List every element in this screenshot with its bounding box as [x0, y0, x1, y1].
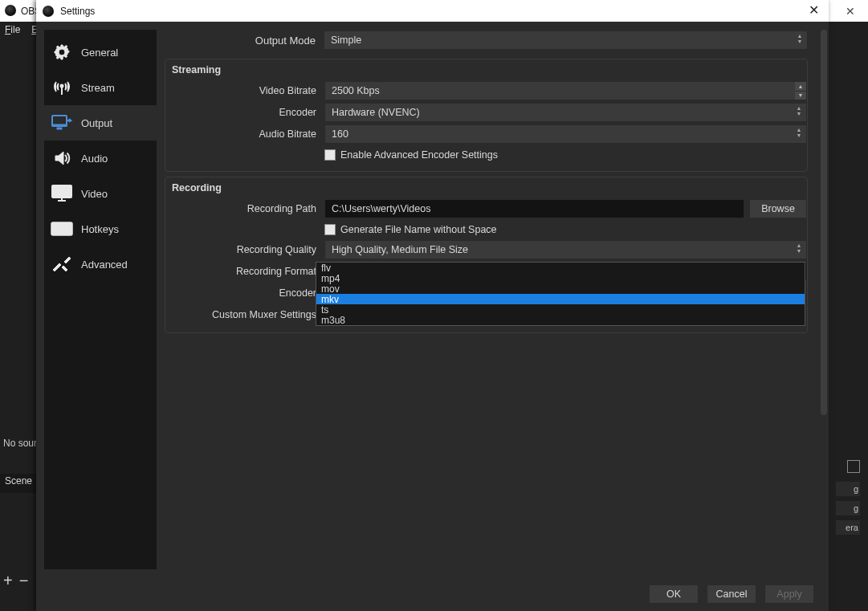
settings-main-panel: Output Mode Simple ▲▼ Streaming Video Bi…: [157, 22, 829, 577]
menu-file[interactable]: File: [5, 24, 20, 35]
sidebar-item-stream[interactable]: Stream: [44, 70, 157, 105]
dialog-title: Settings: [60, 6, 95, 17]
gear-icon: [51, 41, 73, 63]
svg-rect-3: [52, 124, 67, 126]
video-bitrate-value: 2500 Kbps: [332, 85, 380, 96]
bg-right-list: g g era: [836, 482, 860, 535]
apply-button[interactable]: Apply: [764, 585, 814, 604]
tools-icon: [51, 253, 73, 275]
sidebar-item-label: Hotkeys: [81, 223, 119, 235]
sidebar-item-label: Video: [81, 188, 108, 200]
obs-close-icon[interactable]: ✕: [832, 0, 868, 22]
chevron-updown-icon: ▲▼: [795, 127, 803, 138]
encoder-value: Hardware (NVENC): [332, 107, 420, 118]
sidebar-item-label: Audio: [81, 153, 108, 165]
recording-path-label: Recording Path: [165, 203, 324, 214]
format-option-mov[interactable]: mov: [316, 283, 805, 294]
output-mode-value: Simple: [331, 35, 361, 46]
svg-rect-4: [57, 128, 62, 129]
spinner-icon[interactable]: ▲▼: [795, 82, 806, 100]
format-option-m3u8[interactable]: m3u8: [316, 315, 805, 325]
format-option-mp4[interactable]: mp4: [316, 273, 805, 283]
remove-scene-button[interactable]: −: [19, 572, 29, 590]
sidebar-item-hotkeys[interactable]: Hotkeys: [44, 211, 157, 246]
dialog-app-icon: [43, 6, 54, 17]
monitor-icon: [51, 182, 73, 205]
keyboard-icon: [51, 218, 73, 240]
video-bitrate-input[interactable]: 2500 Kbps ▲▼: [324, 81, 807, 100]
audio-bitrate-value: 160: [332, 128, 348, 140]
chevron-updown-icon: ▲▼: [796, 33, 804, 44]
recording-format-label: Recording Format: [165, 266, 324, 277]
antenna-icon: [51, 76, 73, 99]
svg-rect-5: [52, 185, 71, 198]
format-option-flv[interactable]: flv: [316, 263, 805, 273]
dialog-footer: OK Cancel Apply: [36, 577, 829, 611]
sidebar-item-audio[interactable]: Audio: [44, 141, 157, 176]
ok-button[interactable]: OK: [649, 585, 699, 604]
streaming-title: Streaming: [165, 59, 807, 80]
recording-path-value: C:\Users\werty\Videos: [332, 203, 430, 214]
list-item[interactable]: era: [836, 520, 860, 535]
streaming-group: Streaming Video Bitrate 2500 Kbps ▲▼ Enc…: [165, 59, 808, 172]
enable-advanced-label: Enable Advanced Encoder Settings: [340, 149, 498, 161]
sidebar-item-output[interactable]: Output: [44, 105, 157, 141]
sidebar-item-label: Stream: [81, 82, 115, 94]
output-icon: [51, 112, 73, 134]
close-icon[interactable]: ✕: [809, 2, 819, 18]
format-option-mkv[interactable]: mkv: [316, 294, 805, 304]
sidebar-item-label: Output: [81, 117, 112, 129]
recording-encoder-label: Encoder: [165, 287, 324, 299]
sidebar-item-video[interactable]: Video: [44, 176, 157, 211]
chevron-updown-icon: ▲▼: [795, 105, 803, 116]
encoder-select[interactable]: Hardware (NVENC) ▲▼: [324, 103, 807, 122]
custom-muxer-label: Custom Muxer Settings: [165, 309, 324, 320]
cancel-button[interactable]: Cancel: [707, 585, 756, 604]
recording-title: Recording: [165, 177, 807, 198]
add-scene-button[interactable]: +: [3, 572, 13, 590]
sidebar-item-general[interactable]: General: [44, 35, 157, 70]
output-mode-select[interactable]: Simple ▲▼: [324, 31, 808, 50]
settings-dialog: Settings ✕ General Stream Outp: [36, 0, 829, 611]
speaker-icon: [51, 147, 73, 169]
recording-quality-select[interactable]: High Quality, Medium File Size ▲▼: [324, 240, 807, 259]
audio-bitrate-label: Audio Bitrate: [165, 128, 324, 140]
list-item[interactable]: g: [836, 501, 860, 515]
recording-format-dropdown: flv mp4 mov mkv ts m3u8: [316, 262, 805, 326]
sidebar-item-label: General: [81, 47, 118, 59]
scrollbar[interactable]: [821, 30, 827, 415]
generate-filename-checkbox[interactable]: [324, 224, 336, 235]
obs-app-icon: [5, 5, 16, 16]
dialog-titlebar: Settings ✕: [36, 0, 829, 22]
chevron-updown-icon: ▲▼: [795, 242, 803, 254]
panel-toggle-icon[interactable]: [847, 460, 860, 473]
sidebar-item-label: Advanced: [81, 259, 128, 271]
browse-button[interactable]: Browse: [749, 199, 807, 218]
enable-advanced-checkbox[interactable]: [324, 149, 336, 161]
output-mode-label: Output Mode: [165, 35, 324, 47]
audio-bitrate-select[interactable]: 160 ▲▼: [324, 124, 807, 144]
generate-filename-label: Generate File Name without Space: [340, 224, 497, 235]
recording-quality-label: Recording Quality: [165, 244, 324, 255]
recording-quality-value: High Quality, Medium File Size: [332, 244, 468, 255]
sidebar-item-advanced[interactable]: Advanced: [44, 246, 157, 282]
encoder-label: Encoder: [165, 107, 324, 118]
recording-path-input[interactable]: C:\Users\werty\Videos: [324, 199, 744, 218]
list-item[interactable]: g: [836, 482, 860, 496]
video-bitrate-label: Video Bitrate: [165, 85, 324, 96]
format-option-ts[interactable]: ts: [316, 304, 805, 315]
settings-sidebar: General Stream Output Audio: [44, 30, 157, 569]
